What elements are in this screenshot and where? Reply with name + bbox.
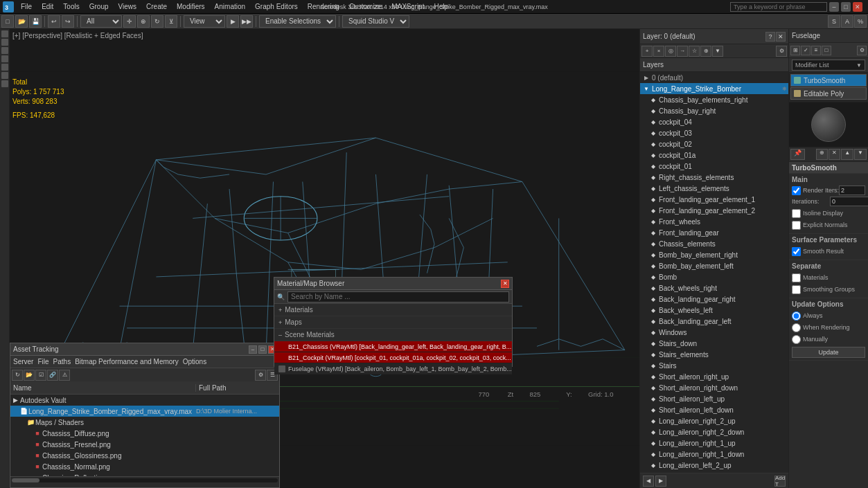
layer-item-back-gear-left[interactable]: ◆ Back_landing_gear_left: [640, 316, 788, 327]
modifier-item-editpoly[interactable]: Editable Poly: [790, 87, 867, 100]
asset-row-chassiss-normal[interactable]: ■ Chassiss_Normal.png: [10, 461, 279, 472]
update-button[interactable]: Update: [792, 347, 865, 358]
layer-item-cockpit04[interactable]: ◆ cockpit_04: [640, 116, 788, 127]
sidebar-light-icon[interactable]: [1, 72, 8, 79]
mat-section-materials[interactable]: + Materials: [274, 304, 512, 316]
layer-item-cockpit02[interactable]: ◆ cockpit_02: [640, 138, 788, 150]
layer-item-front-wheels[interactable]: ◆ Front_wheels: [640, 216, 788, 227]
menu-graph-editors[interactable]: Graph Editors: [251, 2, 302, 11]
mod-pin-btn[interactable]: 📌: [790, 149, 805, 160]
asset-browse-btn[interactable]: 📂: [24, 370, 35, 381]
select-filter-dropdown[interactable]: All: [80, 15, 122, 28]
explicit-normals-checkbox[interactable]: [792, 221, 801, 230]
menu-file[interactable]: File: [17, 2, 36, 11]
layer-item-cockpit03[interactable]: ◆ cockpit_03: [640, 127, 788, 138]
layer-item-long-aileron-r1u[interactable]: ◆ Long_aileron_right_1_up: [640, 437, 788, 449]
layer-item-left-chassis[interactable]: ◆ Left_chassis_elements: [640, 183, 788, 194]
asset-menu-options[interactable]: Options: [183, 358, 206, 365]
layers-find-btn[interactable]: ⊕: [700, 46, 711, 57]
render-iters-input[interactable]: [839, 186, 865, 195]
layer-item-front-gear-2[interactable]: ◆ Front_landing_gear_element_2: [640, 205, 788, 216]
mat-row-b21-cockpit[interactable]: B21_Cockpit (VRayMtl) [cockpit_01, cockp…: [274, 352, 512, 363]
maximize-button[interactable]: □: [841, 2, 851, 12]
layer-item-stairs-down[interactable]: ◆ Stairs_down: [640, 338, 788, 349]
layer-item-cockpit01a[interactable]: ◆ cockpit_01a: [640, 150, 788, 161]
asset-missing-btn[interactable]: ⚠: [59, 370, 70, 381]
isoline-checkbox[interactable]: [792, 209, 801, 218]
layer-item-bomb-bay-right[interactable]: ◆ Bomb_bay_element_right: [640, 249, 788, 260]
menu-group[interactable]: Group: [85, 2, 113, 11]
layer-item-back-wheels-left[interactable]: ◆ Back_wheels_left: [640, 305, 788, 316]
layer-item-long-aileron-r2d[interactable]: ◆ Long_aileron_right_2_down: [640, 426, 788, 437]
menu-animation[interactable]: Animation: [211, 2, 249, 11]
mat-browser-close-button[interactable]: ✕: [501, 280, 509, 288]
open-btn[interactable]: 📂: [15, 15, 28, 28]
mat-row-b21-chassis[interactable]: B21_Chassiss (VRayMtl) [Back_landing_gea…: [274, 341, 512, 352]
layers-close-button[interactable]: ✕: [776, 32, 786, 42]
asset-resolve-btn[interactable]: 🔗: [47, 370, 58, 381]
modifier-tab-settings[interactable]: ⚙: [857, 46, 867, 55]
layer-item-long-aileron-l2u[interactable]: ◆ Long_aileron_left_2_up: [640, 460, 788, 471]
undo-btn[interactable]: ↩: [48, 15, 60, 28]
mod-move-down-btn[interactable]: ▼: [854, 149, 867, 160]
view-dropdown[interactable]: View: [184, 15, 225, 28]
asset-tree[interactable]: ▶ Autodesk Vault 📄 Long_Range_Strike_Bom…: [10, 395, 279, 476]
layer-item-chassis-bay-right[interactable]: ◆ Chassis_bay_right: [640, 105, 788, 116]
scale-btn[interactable]: ⊻: [165, 15, 177, 28]
layer-item-stairs[interactable]: ◆ Stairs: [640, 360, 788, 371]
asset-row-chassiss-diffuse[interactable]: ■ Chassiss_Diffuse.png: [10, 428, 279, 439]
mod-delete-btn[interactable]: ✕: [829, 149, 840, 160]
mod-move-up-btn[interactable]: ▲: [841, 149, 853, 160]
sidebar-select-icon[interactable]: [1, 30, 8, 37]
sidebar-rotate-icon[interactable]: [1, 47, 8, 54]
layer-item-chassis-bay-right-el[interactable]: ◆ Chassis_bay_elements_right: [640, 94, 788, 105]
mat-section-maps[interactable]: + Maps: [274, 316, 512, 329]
angle-snap-btn[interactable]: A: [841, 15, 853, 28]
layers-expand-btn[interactable]: ▼: [712, 46, 723, 57]
asset-menu-bitmap[interactable]: Bitmap Performance and Memory: [75, 358, 179, 365]
layer-item-bomb[interactable]: ◆ Bomb: [640, 271, 788, 282]
close-button[interactable]: ✕: [853, 2, 862, 12]
menu-edit[interactable]: Edit: [37, 2, 57, 11]
asset-hscroll-thumb[interactable]: [12, 478, 39, 482]
layer-item-back-gear-right[interactable]: ◆ Back_landing_gear_right: [640, 293, 788, 305]
sidebar-camera-icon[interactable]: [1, 64, 8, 71]
select-obj-btn[interactable]: ✛: [123, 15, 136, 28]
asset-row-chassiss-fresnel[interactable]: ■ Chassiss_Fresnel.png: [10, 439, 279, 450]
smooth-result-checkbox[interactable]: [792, 247, 801, 256]
studio-dropdown[interactable]: Squid Studio V: [342, 15, 409, 28]
layer-item-short-aileron-ld[interactable]: ◆ Short_aileron_left_down: [640, 404, 788, 415]
asset-reload-btn[interactable]: ↻: [12, 370, 23, 381]
always-radio[interactable]: [792, 311, 801, 320]
materials-checkbox[interactable]: [792, 273, 801, 282]
layer-item-stairs-elements[interactable]: ◆ Stairs_elements: [640, 349, 788, 360]
layers-select-btn[interactable]: ◎: [665, 46, 676, 57]
modifier-list-dropdown[interactable]: Modifier List ▼: [792, 60, 865, 71]
save-btn[interactable]: 💾: [29, 15, 42, 28]
asset-select-btn[interactable]: ☑: [35, 370, 46, 381]
menu-views[interactable]: Views: [114, 2, 141, 11]
layers-settings-btn[interactable]: ⚙: [776, 46, 787, 57]
asset-min-button[interactable]: –: [249, 345, 257, 354]
layers-add-btn[interactable]: Add T: [774, 476, 786, 487]
layers-help-button[interactable]: ?: [765, 32, 775, 42]
when-rendering-radio[interactable]: [792, 323, 801, 332]
layers-next-btn[interactable]: ▶: [655, 476, 666, 487]
redo-btn[interactable]: ↪: [62, 15, 74, 28]
asset-row-vault[interactable]: ▶ Autodesk Vault: [10, 395, 279, 406]
menu-create[interactable]: Create: [142, 2, 171, 11]
manually-radio[interactable]: [792, 335, 801, 344]
layer-item-back-wheels-right[interactable]: ◆ Back_wheels_right: [640, 282, 788, 293]
modifier-tab-display[interactable]: ⊞: [790, 46, 800, 55]
search-input[interactable]: [730, 2, 827, 12]
sidebar-helper-icon[interactable]: [1, 80, 8, 87]
layer-item-short-aileron-ru[interactable]: ◆ Short_aileron_right_up: [640, 371, 788, 382]
layer-item-short-aileron-lu[interactable]: ◆ Short_aileron_left_up: [640, 393, 788, 404]
layer-item-right-chassis[interactable]: ◆ Right_chassis_elements: [640, 172, 788, 183]
layer-item-bomber[interactable]: ▼ Long_Range_Strike_Bomber ❄: [640, 83, 788, 94]
layer-item-windows[interactable]: ◆ Windows: [640, 327, 788, 338]
sidebar-scale-icon[interactable]: [1, 55, 8, 62]
modifier-tab-select[interactable]: ✓: [801, 46, 811, 55]
layers-add-selected-btn[interactable]: →: [677, 46, 688, 57]
layers-highlight-btn[interactable]: ☆: [689, 46, 700, 57]
